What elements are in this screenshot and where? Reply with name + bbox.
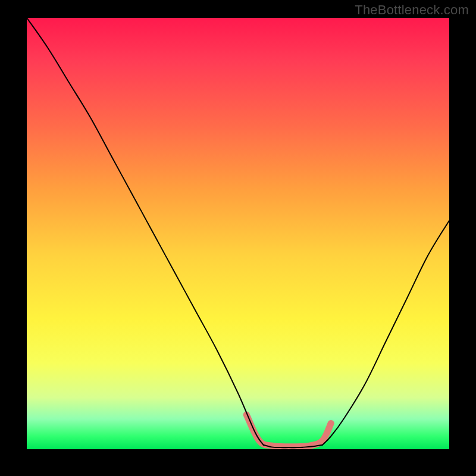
highlight-band xyxy=(246,415,331,447)
right-curve xyxy=(322,221,449,445)
chart-svg xyxy=(27,18,449,449)
plot-area xyxy=(27,18,449,449)
left-curve xyxy=(27,18,264,445)
watermark-text: TheBottleneck.com xyxy=(355,2,469,18)
chart-frame: TheBottleneck.com xyxy=(0,0,476,476)
